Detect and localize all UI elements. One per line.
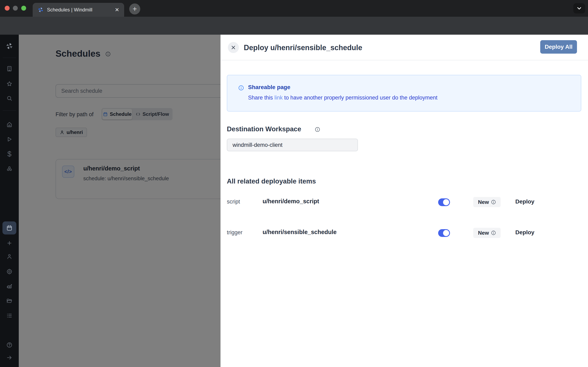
browser-tab-strip: Schedules | Windmill ✕ + <box>0 0 588 17</box>
item-path: u/henri/sensible_schedule <box>263 229 337 235</box>
app-sidebar: $ + <box>0 35 19 367</box>
item-status-badge: New <box>473 228 501 238</box>
sidebar-item-audit-logs[interactable] <box>0 310 19 321</box>
sidebar-item-workspace[interactable] <box>0 63 19 75</box>
sidebar-item-schedules-active[interactable] <box>2 221 16 234</box>
sidebar-item-search[interactable] <box>0 92 19 104</box>
sidebar-divider <box>3 58 16 58</box>
sidebar-item-resources[interactable] <box>0 163 19 175</box>
window-close-button[interactable] <box>5 6 9 11</box>
shareable-page-banner: Shareable page Share this link to have a… <box>227 75 581 111</box>
browser-toolbar: app.windmill.dev/schedules?filter_kind=s… <box>0 17 588 35</box>
drawer-close-button[interactable] <box>228 42 239 53</box>
sidebar-item-folders[interactable] <box>0 295 19 307</box>
window-zoom-button[interactable] <box>21 6 26 11</box>
close-icon <box>231 45 236 50</box>
item-toggle[interactable] <box>438 229 450 237</box>
sidebar-item-workers[interactable] <box>0 281 19 292</box>
deploy-all-button[interactable]: Deploy All <box>540 40 577 54</box>
banner-title: Shareable page <box>248 84 290 91</box>
item-kind: trigger <box>227 229 242 236</box>
tab-search-button[interactable] <box>573 3 585 13</box>
sidebar-item-variables[interactable]: $ <box>0 149 19 160</box>
sidebar-item-favorites[interactable] <box>0 78 19 90</box>
item-deploy-button[interactable]: Deploy <box>515 229 534 236</box>
deploy-drawer: Deploy u/henri/sensible_schedule Deploy … <box>221 35 588 367</box>
tab-close-icon[interactable]: ✕ <box>115 7 119 12</box>
banner-body: Share this link to have another properly… <box>248 95 438 101</box>
deployable-row-script: script u/henri/demo_script New Deploy <box>227 194 582 210</box>
destination-workspace-value: windmill-demo-client <box>233 142 283 148</box>
deployable-row-trigger: trigger u/henri/sensible_schedule New De… <box>227 225 582 241</box>
modal-dim-overlay[interactable] <box>19 35 221 367</box>
sidebar-item-settings[interactable] <box>0 266 19 277</box>
item-deploy-button[interactable]: Deploy <box>515 198 534 205</box>
drawer-title: Deploy u/henri/sensible_schedule <box>244 43 362 52</box>
sidebar-expand-arrow[interactable] <box>0 352 19 363</box>
sidebar-item-add[interactable]: + <box>0 237 19 249</box>
calendar-icon <box>6 225 13 231</box>
item-path: u/henri/demo_script <box>263 198 319 205</box>
page-area: Schedules Search schedule Filter by path… <box>0 35 588 367</box>
sidebar-item-users[interactable] <box>0 251 19 262</box>
new-tab-button[interactable]: + <box>129 3 140 15</box>
window-minimize-button[interactable] <box>13 6 18 11</box>
info-icon <box>238 85 244 91</box>
item-status-badge: New <box>473 197 501 207</box>
share-link[interactable]: link <box>274 95 283 101</box>
destination-workspace-heading: Destination Workspace <box>227 125 301 133</box>
sidebar-item-runs[interactable] <box>0 133 19 145</box>
tab-title: Schedules | Windmill <box>47 7 112 13</box>
sidebar-divider <box>3 110 16 111</box>
sidebar-item-home[interactable] <box>0 119 19 130</box>
info-icon[interactable] <box>491 230 496 235</box>
sidebar-item-help[interactable] <box>0 339 19 351</box>
chevron-down-icon <box>576 5 582 11</box>
destination-workspace-input[interactable]: windmill-demo-client <box>227 139 358 151</box>
info-icon[interactable] <box>491 200 496 205</box>
toggle-knob <box>443 199 449 205</box>
windmill-favicon-icon <box>38 7 44 13</box>
item-kind: script <box>227 199 240 205</box>
destination-info-icon[interactable] <box>315 127 320 132</box>
item-toggle[interactable] <box>438 198 450 206</box>
toggle-knob <box>443 230 449 236</box>
browser-tab[interactable]: Schedules | Windmill ✕ <box>33 3 124 17</box>
deployable-items-heading: All related deployable items <box>227 177 316 185</box>
windmill-logo-icon[interactable] <box>6 42 13 50</box>
